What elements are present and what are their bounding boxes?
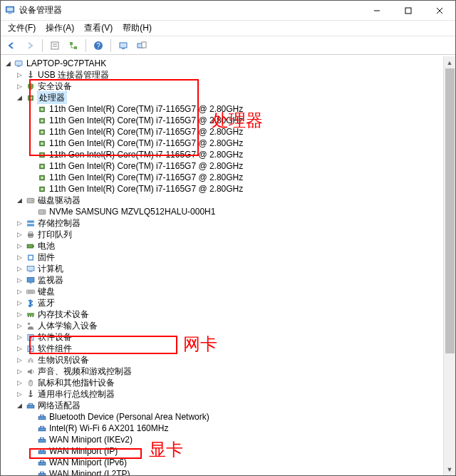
tree-category[interactable]: ▷电池: [2, 240, 455, 252]
tree-category[interactable]: ▷蓝牙: [2, 297, 455, 309]
svg-rect-72: [29, 403, 33, 405]
tree-category[interactable]: ▷软件设备: [2, 331, 455, 343]
svg-rect-1: [7, 7, 14, 11]
tree-leaf[interactable]: WAN Miniport (IPv6): [2, 457, 455, 468]
tree-leaf[interactable]: 11th Gen Intel(R) Core(TM) i7-1165G7 @ 2…: [2, 103, 455, 115]
toolbar-forward-button[interactable]: [22, 38, 38, 53]
maximize-button[interactable]: [393, 1, 424, 21]
tree-item-label: 人体学输入设备: [38, 320, 98, 331]
tree-leaf[interactable]: NVMe SAMSUNG MZVLQ512HALU-000H1: [2, 206, 455, 217]
tree-item-label: 通用串行总线控制器: [38, 388, 115, 400]
tree-category[interactable]: ▷软件组件: [2, 343, 455, 354]
toolbar-help-button[interactable]: ?: [90, 38, 106, 53]
tree-leaf[interactable]: 11th Gen Intel(R) Core(TM) i7-1165G7 @ 2…: [2, 126, 455, 138]
expander-icon[interactable]: ▷: [15, 253, 24, 262]
tree-leaf[interactable]: 11th Gen Intel(R) Core(TM) i7-1165G7 @ 2…: [2, 138, 455, 149]
scroll-down-button[interactable]: ▼: [444, 463, 456, 475]
tree-category[interactable]: ◢处理器: [2, 92, 455, 103]
svg-rect-44: [27, 224, 34, 226]
expander-icon[interactable]: ▷: [15, 390, 24, 398]
expander-icon[interactable]: ▷: [15, 82, 24, 90]
keyboard-icon: [25, 286, 36, 296]
cpu-icon: [36, 184, 48, 194]
device-tree[interactable]: ◢LAPTOP-9C7PTAHK▷USB 连接器管理器▷安全设备◢处理器11th…: [1, 56, 455, 475]
toolbar-back-button[interactable]: [4, 38, 19, 53]
tree-root[interactable]: ◢LAPTOP-9C7PTAHK: [2, 58, 455, 69]
tree-category[interactable]: ▷固件: [2, 252, 455, 263]
expander-icon[interactable]: ▷: [15, 71, 24, 79]
tree-item-label: LAPTOP-9C7PTAHK: [26, 58, 106, 69]
toolbar-scan-button[interactable]: [115, 38, 131, 53]
expander-icon[interactable]: ▷: [15, 264, 24, 273]
svg-rect-41: [38, 209, 46, 214]
tree-leaf[interactable]: WAN Miniport (IKEv2): [2, 434, 455, 445]
tree-category[interactable]: ▷声音、视频和游戏控制器: [2, 366, 455, 377]
tree-leaf[interactable]: 11th Gen Intel(R) Core(TM) i7-1165G7 @ 2…: [2, 160, 455, 172]
expander-icon[interactable]: ◢: [15, 93, 24, 102]
tree-leaf[interactable]: 11th Gen Intel(R) Core(TM) i7-1165G7 @ 2…: [2, 183, 455, 195]
scroll-track[interactable]: [444, 68, 456, 463]
expander-icon[interactable]: ▷: [15, 287, 24, 296]
expander-icon[interactable]: ▷: [15, 230, 24, 239]
tree-leaf[interactable]: 11th Gen Intel(R) Core(TM) i7-1165G7 @ 2…: [2, 115, 455, 126]
expander-icon[interactable]: ◢: [15, 401, 24, 410]
shield-icon: [25, 81, 36, 91]
tree-leaf[interactable]: Intel(R) Wi-Fi 6 AX201 160MHz: [2, 423, 455, 434]
svg-rect-52: [27, 266, 34, 271]
expander-icon[interactable]: ◢: [4, 59, 12, 68]
menu-view[interactable]: 查看(V): [80, 21, 117, 36]
tree-category[interactable]: ▷键盘: [2, 286, 455, 297]
expander-icon[interactable]: ▷: [15, 321, 24, 330]
expander-icon[interactable]: ▷: [15, 378, 24, 387]
toolbar-devices-button[interactable]: [134, 38, 150, 53]
tree-category[interactable]: ◢网络适配器: [2, 400, 455, 411]
tree-category[interactable]: ◢磁盘驱动器: [2, 195, 455, 206]
minimize-button[interactable]: [361, 1, 393, 21]
tree-leaf[interactable]: 11th Gen Intel(R) Core(TM) i7-1165G7 @ 2…: [2, 149, 455, 160]
menu-action[interactable]: 操作(A): [41, 21, 78, 36]
expander-icon[interactable]: ▷: [15, 333, 24, 341]
menu-help[interactable]: 帮助(H): [118, 21, 156, 36]
toolbar-properties-button[interactable]: [47, 38, 63, 53]
vertical-scrollbar[interactable]: ▲ ▼: [443, 56, 455, 475]
expander-icon[interactable]: ▷: [15, 356, 24, 364]
tree-item-label: 计算机: [38, 263, 63, 274]
svg-rect-84: [41, 472, 44, 473]
expander-icon[interactable]: ▷: [15, 242, 24, 250]
tree-leaf[interactable]: 11th Gen Intel(R) Core(TM) i7-1165G7 @ 2…: [2, 172, 455, 183]
tree-item-label: WAN Miniport (L2TP): [49, 468, 130, 475]
expander-icon[interactable]: ◢: [15, 196, 24, 205]
expander-icon[interactable]: ▷: [15, 276, 24, 284]
tree-category[interactable]: ▷通用串行总线控制器: [2, 388, 455, 400]
close-button[interactable]: [424, 1, 455, 21]
toolbar-tree-button[interactable]: [66, 38, 81, 53]
tree-leaf[interactable]: WAN Miniport (IP): [2, 445, 455, 457]
scroll-up-button[interactable]: ▲: [444, 56, 456, 68]
tree-item-label: 11th Gen Intel(R) Core(TM) i7-1165G7 @ 2…: [49, 172, 243, 183]
tree-category[interactable]: ▷USB 连接器管理器: [2, 69, 455, 81]
tree-category[interactable]: ▷打印队列: [2, 229, 455, 240]
svg-rect-83: [38, 473, 46, 475]
expander-icon[interactable]: ▷: [15, 219, 24, 227]
tree-category[interactable]: ▷鼠标和其他指针设备: [2, 377, 455, 388]
tree-category[interactable]: ▷安全设备: [2, 81, 455, 92]
tree-category[interactable]: ▷监视器: [2, 274, 455, 286]
expander-icon[interactable]: ▷: [15, 310, 24, 319]
expander-icon[interactable]: ▷: [15, 344, 24, 353]
tree-category[interactable]: ▷存储控制器: [2, 217, 455, 229]
tree-item-label: 11th Gen Intel(R) Core(TM) i7-1165G7 @ 2…: [49, 115, 243, 126]
tree-leaf[interactable]: WAN Miniport (L2TP): [2, 468, 455, 475]
svg-rect-26: [41, 119, 43, 121]
tree-category[interactable]: ▷内存技术设备: [2, 309, 455, 320]
svg-rect-18: [15, 61, 22, 66]
tree-category[interactable]: ▷人体学输入设备: [2, 320, 455, 331]
scroll-thumb[interactable]: [445, 68, 455, 353]
expander-icon[interactable]: ▷: [15, 367, 24, 376]
svg-rect-34: [41, 165, 43, 167]
tree-category[interactable]: ▷计算机: [2, 263, 455, 274]
tree-leaf[interactable]: Bluetooth Device (Personal Area Network): [2, 411, 455, 423]
menu-file[interactable]: 文件(F): [4, 21, 40, 36]
tree-category[interactable]: ▷生物识别设备: [2, 354, 455, 366]
expander-icon[interactable]: ▷: [15, 299, 24, 307]
svg-rect-79: [38, 450, 46, 453]
